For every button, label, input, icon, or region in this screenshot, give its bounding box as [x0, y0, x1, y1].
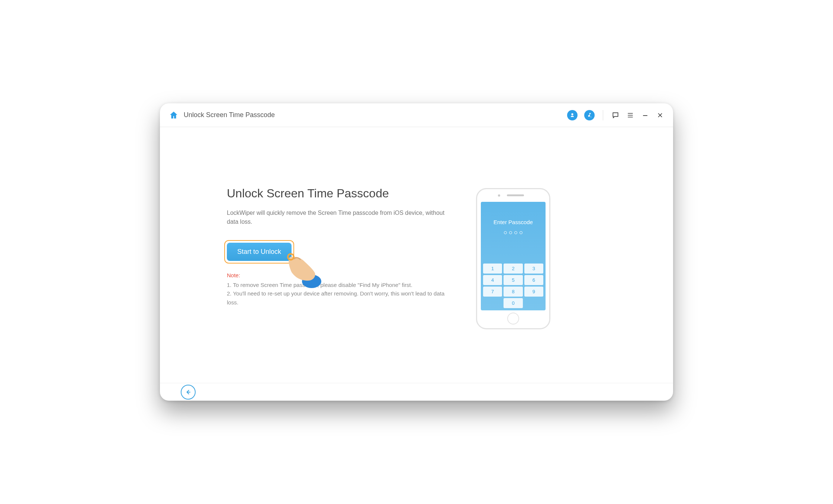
key-6: 6: [524, 275, 543, 285]
home-icon[interactable]: [169, 110, 178, 120]
phone-screen: Enter Passcode 1 2 3 4 5 6 7 8 9 0: [481, 202, 546, 310]
start-button-wrap: Start to Unlock: [227, 243, 292, 261]
enter-passcode-label: Enter Passcode: [481, 219, 546, 225]
keypad: 1 2 3 4 5 6 7 8 9 0: [483, 264, 543, 308]
key-3: 3: [524, 264, 543, 274]
key-1: 1: [483, 264, 502, 274]
left-panel: Unlock Screen Time Passcode LockWiper wi…: [227, 142, 450, 375]
main-content: Unlock Screen Time Passcode LockWiper wi…: [160, 127, 673, 383]
title-bar: Unlock Screen Time Passcode: [160, 103, 673, 127]
note-header: Note:: [227, 272, 450, 278]
phone-home-button: [507, 313, 519, 324]
page-title: Unlock Screen Time Passcode: [184, 111, 567, 119]
phone-camera-dot: [498, 194, 500, 197]
app-window: Unlock Screen Time Passcode: [160, 103, 673, 401]
close-icon[interactable]: [656, 111, 664, 119]
separator: [603, 110, 603, 120]
note-line-1: 1. To remove Screen Time passcode, pleas…: [227, 281, 450, 289]
pointing-hand-icon: [283, 249, 324, 290]
main-heading: Unlock Screen Time Passcode: [227, 187, 450, 200]
music-search-icon[interactable]: [584, 110, 595, 120]
phone-illustration: Enter Passcode 1 2 3 4 5 6 7 8 9 0: [476, 188, 550, 329]
main-description: LockWiper will quickly remove the Screen…: [227, 209, 450, 226]
key-5: 5: [504, 275, 522, 285]
key-8: 8: [504, 287, 522, 297]
minimize-icon[interactable]: [641, 111, 649, 119]
key-2: 2: [504, 264, 522, 274]
footer-bar: [160, 383, 673, 401]
account-icon[interactable]: [567, 110, 578, 120]
passcode-dots: [481, 230, 546, 235]
start-unlock-button[interactable]: Start to Unlock: [227, 243, 292, 261]
back-button[interactable]: [181, 385, 196, 400]
header-actions: [567, 110, 664, 120]
right-panel: Enter Passcode 1 2 3 4 5 6 7 8 9 0: [450, 142, 576, 375]
phone-speaker: [507, 194, 524, 196]
menu-icon[interactable]: [626, 111, 634, 119]
key-9: 9: [524, 287, 543, 297]
key-7: 7: [483, 287, 502, 297]
key-0: 0: [504, 298, 522, 308]
note-line-2: 2. You'll need to re-set up your device …: [227, 289, 450, 307]
feedback-icon[interactable]: [611, 111, 620, 119]
key-4: 4: [483, 275, 502, 285]
